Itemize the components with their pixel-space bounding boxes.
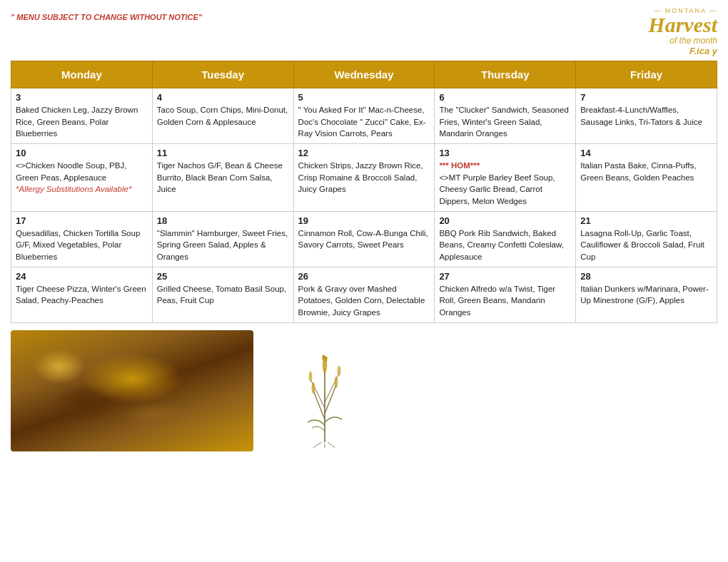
calendar-cell: 20BBQ Pork Rib Sandwich, Baked Beans, Cr… xyxy=(435,211,576,267)
calendar-cell: 26Pork & Gravy over Mashed Potatoes, Gol… xyxy=(293,267,435,322)
day-number: 6 xyxy=(439,92,571,103)
calendar-body: 3Baked Chicken Leg, Jazzy Brown Rice, Gr… xyxy=(11,88,717,323)
day-content: Pork & Gravy over Mashed Potatoes, Golde… xyxy=(298,283,430,319)
calendar-cell: 14Italian Pasta Bake, Cinna-Puffs, Green… xyxy=(576,144,717,212)
calendar-cell: 11Tiger Nachos G/F, Bean & Cheese Burrit… xyxy=(152,144,293,212)
day-number: 14 xyxy=(580,148,712,158)
page: " MENU SUBJECT TO CHANGE WITHOUT NOTICE"… xyxy=(0,0,728,459)
day-number: 5 xyxy=(298,92,430,103)
day-number: 17 xyxy=(16,215,148,226)
day-content: Italian Pasta Bake, Cinna-Puffs, Green B… xyxy=(580,160,712,183)
logo-sub: of the month xyxy=(575,36,717,46)
calendar-cell: 3Baked Chicken Leg, Jazzy Brown Rice, Gr… xyxy=(11,88,153,144)
calendar-cell: 24Tiger Cheese Pizza, Winter's Green Sal… xyxy=(11,267,153,322)
calendar-cell: 7Breakfast-4-Lunch/Waffles, Sausage Link… xyxy=(576,88,717,144)
bread-image xyxy=(11,330,253,451)
day-content: Cinnamon Roll, Cow-A-Bunga Chili, Savory… xyxy=(298,228,430,251)
day-content: Chicken Strips, Jazzy Brown Rice, Crisp … xyxy=(298,160,430,195)
day-content: Grilled Cheese, Tomato Basil Soup, Peas,… xyxy=(157,283,289,307)
day-content: Italian Dunkers w/Marinara, Power-Up Min… xyxy=(580,283,712,307)
calendar-cell: 5" You Asked For It" Mac-n-Cheese, Doc's… xyxy=(293,88,435,144)
day-content: "Slammin" Hamburger, Sweet Fries, Spring… xyxy=(157,228,289,263)
header-friday: Friday xyxy=(576,61,717,88)
day-number: 12 xyxy=(298,148,430,158)
header-tuesday: Tuesday xyxy=(152,61,293,88)
day-number: 28 xyxy=(580,271,712,282)
day-number: 27 xyxy=(439,271,571,282)
plant-svg xyxy=(282,334,368,448)
day-number: 19 xyxy=(298,215,430,226)
day-content: Chicken Alfredo w/a Twist, Tiger Roll, G… xyxy=(439,283,571,319)
calendar-cell: 12Chicken Strips, Jazzy Brown Rice, Cris… xyxy=(293,144,435,212)
calendar-cell: 19Cinnamon Roll, Cow-A-Bunga Chili, Savo… xyxy=(293,211,435,267)
svg-point-7 xyxy=(335,377,338,388)
menu-notice: " MENU SUBJECT TO CHANGE WITHOUT NOTICE" xyxy=(11,7,202,21)
allergy-note: *Allergy Substitutions Available* xyxy=(16,185,131,193)
calendar-cell: 6The "Clucker" Sandwich, Seasoned Fries,… xyxy=(435,88,576,144)
day-number: 26 xyxy=(298,271,430,282)
svg-point-12 xyxy=(323,358,325,362)
header-wednesday: Wednesday xyxy=(293,61,435,88)
header-monday: Monday xyxy=(11,61,153,88)
day-number: 20 xyxy=(439,215,571,226)
hom-label: *** HOM*** xyxy=(439,161,480,170)
day-content: Lasagna Roll-Up, Garlic Toast, Cauliflow… xyxy=(580,228,712,263)
day-content: The "Clucker" Sandwich, Seasoned Fries, … xyxy=(439,104,571,140)
day-number: 24 xyxy=(16,271,148,282)
logo-friday: F.ica y xyxy=(575,46,717,56)
calendar-header-row: Monday Tuesday Wednesday Thursday Friday xyxy=(11,61,717,88)
calendar-cell: 28Italian Dunkers w/Marinara, Power-Up M… xyxy=(576,267,717,322)
day-content: BBQ Pork Rib Sandwich, Baked Beans, Crea… xyxy=(439,228,571,263)
top-bar: " MENU SUBJECT TO CHANGE WITHOUT NOTICE"… xyxy=(11,7,717,56)
day-content: " You Asked For It" Mac-n-Cheese, Doc's … xyxy=(298,104,430,140)
calendar-week-2: 10<>Chicken Noodle Soup, PBJ, Green Peas… xyxy=(11,144,717,212)
plant-image xyxy=(268,330,382,451)
day-content: <>Chicken Noodle Soup, PBJ, Green Peas, … xyxy=(16,160,148,195)
calendar-cell: 10<>Chicken Noodle Soup, PBJ, Green Peas… xyxy=(11,144,153,212)
day-number: 10 xyxy=(16,148,148,158)
calendar-cell: 13*** HOM***<>MT Purple Barley Beef Soup… xyxy=(435,144,576,212)
calendar-week-1: 3Baked Chicken Leg, Jazzy Brown Rice, Gr… xyxy=(11,88,717,144)
day-content: Tiger Nachos G/F, Bean & Cheese Burrito,… xyxy=(157,160,289,195)
day-content: Breakfast-4-Lunch/Waffles, Sausage Links… xyxy=(580,104,712,128)
calendar-cell: 4Taco Soup, Corn Chips, Mini-Donut, Gold… xyxy=(152,88,293,144)
calendar-cell: 18"Slammin" Hamburger, Sweet Fries, Spri… xyxy=(152,211,293,267)
day-number: 11 xyxy=(157,148,289,158)
day-number: 18 xyxy=(157,215,289,226)
day-content: *** HOM***<>MT Purple Barley Beef Soup, … xyxy=(439,160,571,208)
header-thursday: Thursday xyxy=(435,61,576,88)
day-number: 25 xyxy=(157,271,289,282)
svg-point-6 xyxy=(312,382,315,394)
day-content: Taco Soup, Corn Chips, Mini-Donut, Golde… xyxy=(157,104,289,128)
day-number: 4 xyxy=(157,92,289,103)
calendar-cell: 21Lasagna Roll-Up, Garlic Toast, Caulifl… xyxy=(576,211,717,267)
day-content: Tiger Cheese Pizza, Winter's Green Salad… xyxy=(16,283,148,307)
day-number: 21 xyxy=(580,215,712,226)
day-content: Baked Chicken Leg, Jazzy Brown Rice, Gre… xyxy=(16,104,148,140)
calendar-week-4: 24Tiger Cheese Pizza, Winter's Green Sal… xyxy=(11,267,717,322)
day-number: 3 xyxy=(16,92,148,103)
calendar-cell: 27Chicken Alfredo w/a Twist, Tiger Roll,… xyxy=(435,267,576,322)
logo-area: — MONTANA — Harvest of the month F.ica y xyxy=(575,7,717,56)
svg-point-8 xyxy=(309,372,313,382)
calendar-week-3: 17Quesadillas, Chicken Tortilla Soup G/F… xyxy=(11,211,717,267)
calendar-cell: 25Grilled Cheese, Tomato Basil Soup, Pea… xyxy=(152,267,293,322)
calendar-table: Monday Tuesday Wednesday Thursday Friday… xyxy=(11,61,717,323)
day-number: 7 xyxy=(580,92,712,103)
logo-harvest: Harvest xyxy=(575,14,717,36)
svg-point-9 xyxy=(338,366,341,376)
day-content: Quesadillas, Chicken Tortilla Soup G/F, … xyxy=(16,228,148,263)
calendar-cell: 17Quesadillas, Chicken Tortilla Soup G/F… xyxy=(11,211,153,267)
bottom-section xyxy=(11,330,717,451)
day-number: 13 xyxy=(439,148,571,158)
